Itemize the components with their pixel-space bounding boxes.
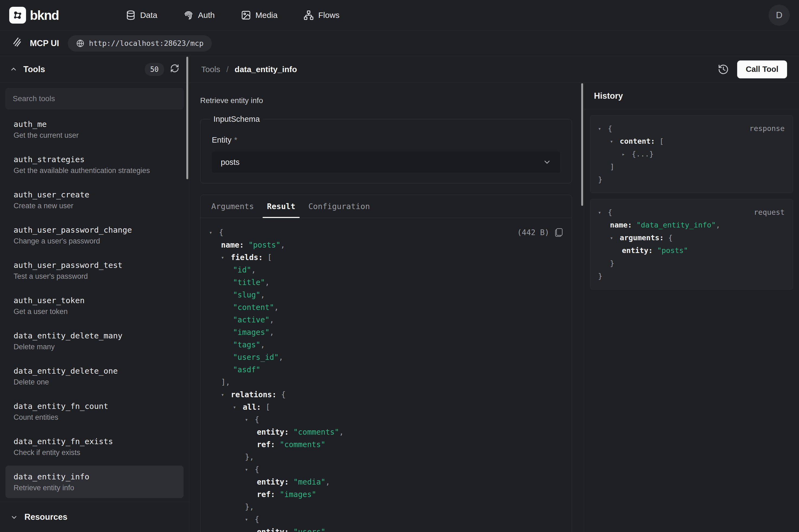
tool-desc: Create a new user — [14, 202, 175, 210]
history-icon[interactable] — [718, 64, 729, 75]
collapse-toggle-icon[interactable]: ▾ — [221, 392, 231, 398]
json-line: ▾{response — [598, 122, 785, 135]
expand-toggle-icon[interactable]: ▸ — [622, 151, 632, 157]
json-key: entity: — [257, 527, 289, 532]
json-pun: ], — [221, 378, 230, 387]
json-line: "users_id", — [209, 351, 563, 363]
breadcrumb: Tools / data_entity_info — [201, 65, 297, 74]
tool-item-auth_strategies[interactable]: auth_strategiesGet the available authent… — [5, 148, 184, 181]
tool-item-data_entity_delete_one[interactable]: data_entity_delete_oneDelete one — [5, 360, 184, 392]
refresh-icon[interactable] — [170, 64, 179, 75]
json-pun: , — [270, 328, 274, 337]
json-line: ▾{ — [209, 513, 563, 526]
json-line: "title", — [209, 276, 563, 288]
json-str: "title" — [233, 278, 265, 287]
json-line: } — [598, 257, 785, 269]
sidebar-scrollbar[interactable] — [186, 57, 188, 179]
nav-item-auth[interactable]: Auth — [183, 10, 215, 20]
json-str: "slug" — [233, 290, 260, 299]
breadcrumb-section[interactable]: Tools — [201, 65, 220, 74]
mcp-url-pill[interactable]: http://localhost:28623/mcp — [68, 35, 212, 52]
json-pun: } — [598, 175, 602, 184]
search-input[interactable] — [5, 88, 184, 109]
json-pun: { — [219, 228, 224, 237]
nav-item-data[interactable]: Data — [126, 10, 157, 20]
tool-item-data_entity_delete_many[interactable]: data_entity_delete_manyDelete many — [5, 325, 184, 357]
history-card[interactable]: ▾{response▾content: [▸{...}]} — [590, 115, 793, 193]
entity-select[interactable]: posts — [211, 151, 561, 173]
tools-title: Tools — [23, 64, 45, 74]
nav-item-label: Media — [255, 11, 278, 20]
json-meta-label: response — [749, 124, 785, 133]
json-key: entity: — [257, 428, 289, 437]
json-line: "content", — [209, 301, 563, 314]
json-line: entity: "posts" — [598, 244, 785, 257]
main-scrollbar[interactable] — [581, 83, 583, 206]
json-line: ▾all: [ — [209, 401, 563, 413]
json-pun: { — [664, 233, 673, 242]
json-pun: }, — [245, 453, 254, 461]
json-key: entity: — [622, 246, 653, 254]
copy-icon[interactable] — [555, 228, 563, 237]
mcp-title: MCP UI — [30, 38, 59, 48]
json-str: "comments" — [289, 428, 339, 437]
history-card[interactable]: ▾{requestname: "data_entity_info",▾argum… — [590, 199, 793, 290]
bknd-logo[interactable]: bknd — [9, 7, 59, 24]
collapse-toggle-icon[interactable]: ▾ — [245, 467, 255, 472]
json-pun: , — [274, 303, 279, 312]
json-pun: , — [251, 265, 256, 274]
json-line: ▸{...} — [598, 148, 785, 160]
required-marker: * — [234, 136, 237, 144]
primary-nav: DataAuthMediaFlows — [126, 10, 340, 20]
tool-item-data_entity_fn_exists[interactable]: data_entity_fn_existsCheck if entity exi… — [5, 430, 184, 463]
tool-item-data_entity_info[interactable]: data_entity_infoRetrieve entity info — [5, 466, 184, 498]
mcp-bar: MCP UI http://localhost:28623/mcp — [0, 31, 799, 56]
collapse-toggle-icon[interactable]: ▾ — [598, 126, 608, 132]
collapse-toggle-icon[interactable]: ▾ — [598, 209, 608, 215]
image-icon — [241, 10, 251, 20]
tool-item-auth_user_token[interactable]: auth_user_tokenGet a user token — [5, 289, 184, 322]
tool-item-auth_user_create[interactable]: auth_user_createCreate a new user — [5, 184, 184, 216]
tool-desc: Delete many — [14, 342, 175, 351]
tools-header[interactable]: Tools 50 — [0, 56, 189, 83]
collapse-toggle-icon[interactable]: ▾ — [610, 235, 620, 241]
json-pun: { — [608, 208, 612, 216]
collapse-toggle-icon[interactable]: ▾ — [209, 229, 219, 235]
collapse-toggle-icon[interactable]: ▾ — [221, 254, 231, 260]
collapse-toggle-icon[interactable]: ▾ — [245, 516, 255, 522]
json-pun: , — [260, 340, 265, 349]
json-line: ▾fields: [ — [209, 251, 563, 264]
tab-result[interactable]: Result — [260, 195, 302, 218]
main-header: Tools / data_entity_info Call Tool — [189, 56, 799, 83]
nav-item-label: Flows — [318, 11, 339, 20]
tool-item-auth_user_password_test[interactable]: auth_user_password_testTest a user's pas… — [5, 254, 184, 287]
json-pun: { — [255, 465, 259, 474]
tool-item-auth_me[interactable]: auth_meGet the current user — [5, 113, 184, 146]
nav-item-media[interactable]: Media — [241, 10, 278, 20]
tool-desc: Get a user token — [14, 307, 175, 316]
json-pun: [ — [655, 137, 664, 145]
tool-desc: Delete one — [14, 378, 175, 386]
breadcrumb-separator: / — [226, 65, 228, 74]
collapse-toggle-icon[interactable]: ▾ — [245, 417, 255, 422]
user-avatar[interactable]: D — [768, 5, 790, 26]
tab-configuration[interactable]: Configuration — [302, 195, 377, 218]
tools-count-badge: 50 — [145, 63, 164, 76]
collapse-toggle-icon[interactable]: ▾ — [233, 404, 243, 410]
json-str: "comments" — [275, 440, 325, 449]
globe-icon — [76, 39, 84, 48]
tab-arguments[interactable]: Arguments — [205, 195, 260, 218]
logo-text: bknd — [30, 8, 59, 23]
result-tabbox: ArgumentsResultConfiguration ▾{(442 B)na… — [200, 195, 572, 532]
tools-sidebar: Tools 50 auth_meGet the current userauth… — [0, 56, 189, 532]
nav-item-flows[interactable]: Flows — [304, 10, 339, 20]
tool-item-auth_user_password_change[interactable]: auth_user_password_changeChange a user's… — [5, 219, 184, 251]
call-tool-button[interactable]: Call Tool — [737, 60, 787, 78]
history-title: History — [594, 91, 623, 101]
tool-item-data_entity_fn_count[interactable]: data_entity_fn_countCount entities — [5, 395, 184, 428]
json-pun: [ — [261, 403, 270, 412]
resources-section-header[interactable]: Resources — [0, 501, 189, 532]
input-schema-fieldset: InputSchema Entity* posts — [200, 115, 572, 183]
json-key: relations: — [231, 390, 277, 399]
collapse-toggle-icon[interactable]: ▾ — [610, 138, 620, 144]
